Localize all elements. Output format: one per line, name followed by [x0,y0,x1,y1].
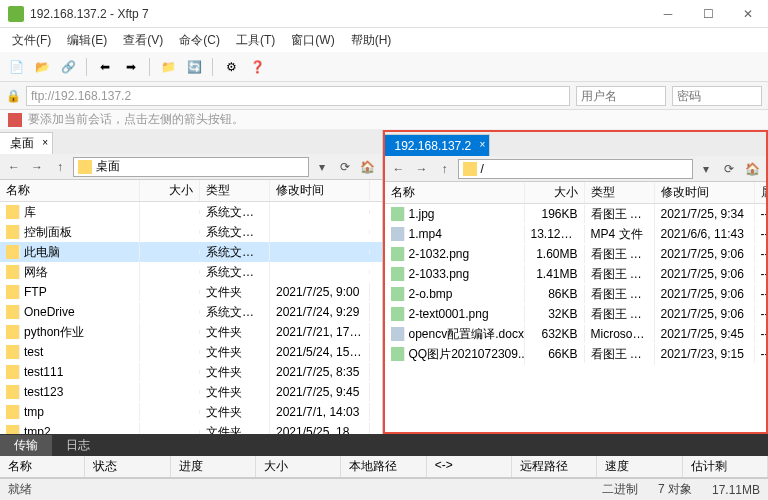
menu-item[interactable]: 工具(T) [230,30,281,51]
local-panel: 桌面× ← → ↑ 桌面 ▾ ⟳ 🏠 名称大小类型修改时间 库系统文件夹控制面板… [0,130,383,434]
tab-remote[interactable]: 192.168.137.2× [385,134,491,156]
forward-button[interactable]: → [27,157,47,177]
list-item[interactable]: QQ图片2021072309...66KB看图王 JP...2021/7/23,… [385,344,767,364]
status-objects: 7 对象 [658,481,692,498]
transfer-header: 名称状态进度大小本地路径<->远程路径速度估计剩 [0,456,768,478]
window-title: 192.168.137.2 - Xftp 7 [30,7,648,21]
list-item[interactable]: 网络系统文件夹 [0,262,382,282]
list-item[interactable]: 2-1033.png1.41MB看图王 PN...2021/7/25, 9:06… [385,264,767,284]
list-item[interactable]: 1.jpg196KB看图王 JP...2021/7/25, 9:34----- [385,204,767,224]
local-path-input[interactable]: 桌面 [73,157,309,177]
refresh-icon[interactable]: 🔄 [184,57,204,77]
list-item[interactable]: 1.mp413.12MBMP4 文件2021/6/6, 11:43----- [385,224,767,244]
hint-bar: 要添加当前会话，点击左侧的箭头按钮。 [0,110,768,130]
maximize-button[interactable]: ☐ [688,0,728,28]
transfer-tabs: 传输日志 [0,434,768,456]
menu-item[interactable]: 文件(F) [6,30,57,51]
remote-path-input[interactable]: / [458,159,694,179]
hint-text: 要添加当前会话，点击左侧的箭头按钮。 [28,111,244,128]
menu-item[interactable]: 窗口(W) [285,30,340,51]
menu-item[interactable]: 命令(C) [173,30,226,51]
dropdown-icon[interactable]: ▾ [696,159,716,179]
back-button[interactable]: ← [4,157,24,177]
bottom-tab[interactable]: 日志 [52,435,104,456]
refresh-icon[interactable]: ⟳ [335,157,355,177]
list-item[interactable]: test111文件夹2021/7/25, 8:35 [0,362,382,382]
toolbar: 📄 📂 🔗 ⬅ ➡ 📁 🔄 ⚙ ❓ [0,52,768,82]
list-item[interactable]: 控制面板系统文件夹 [0,222,382,242]
transfer-column: 估计剩 [683,456,768,477]
flag-icon [8,113,22,127]
transfer-column: 本地路径 [341,456,426,477]
transfer-column: 远程路径 [512,456,597,477]
transfer-column: 速度 [597,456,682,477]
transfer-column: 进度 [171,456,256,477]
connect-icon[interactable]: 🔗 [58,57,78,77]
column-header[interactable]: 名称 [0,180,140,201]
back-button[interactable]: ← [389,159,409,179]
list-item[interactable]: test文件夹2021/5/24, 15:22 [0,342,382,362]
refresh-icon[interactable]: ⟳ [719,159,739,179]
column-header[interactable]: 大小 [525,182,585,203]
column-header[interactable]: 大小 [140,180,200,201]
menu-bar: 文件(F)编辑(E)查看(V)命令(C)工具(T)窗口(W)帮助(H) [0,28,768,52]
menu-item[interactable]: 编辑(E) [61,30,113,51]
address-input[interactable] [26,86,570,106]
close-icon[interactable]: × [479,139,485,150]
minimize-button[interactable]: ─ [648,0,688,28]
list-item[interactable]: test123文件夹2021/7/25, 9:45 [0,382,382,402]
close-icon[interactable]: × [42,137,48,148]
status-mode: 二进制 [602,481,638,498]
list-item[interactable]: 2-o.bmp86KB看图王 BM...2021/7/25, 9:06----- [385,284,767,304]
new-folder-icon[interactable]: 📁 [158,57,178,77]
transfer-column: <-> [427,456,512,477]
menu-item[interactable]: 查看(V) [117,30,169,51]
list-item[interactable]: tmp文件夹2021/7/1, 14:03 [0,402,382,422]
transfer-column: 状态 [85,456,170,477]
status-ready: 就绪 [8,481,32,498]
username-input[interactable] [576,86,666,106]
status-size: 17.11MB [712,483,760,497]
list-item[interactable]: 2-1032.png1.60MB看图王 PN...2021/7/25, 9:06… [385,244,767,264]
help-icon[interactable]: ❓ [247,57,267,77]
password-input[interactable] [672,86,762,106]
column-header[interactable]: 属性 [755,182,767,203]
column-header[interactable]: 类型 [200,180,270,201]
remote-panel: 192.168.137.2× ← → ↑ / ▾ ⟳ 🏠 名称大小类型修改时间属… [383,130,769,434]
home-icon[interactable]: 🏠 [358,157,378,177]
transfer-left-icon[interactable]: ⬅ [95,57,115,77]
bottom-tab[interactable]: 传输 [0,435,52,456]
open-icon[interactable]: 📂 [32,57,52,77]
up-button[interactable]: ↑ [435,159,455,179]
list-item[interactable]: python作业文件夹2021/7/21, 17:16 [0,322,382,342]
local-file-list[interactable]: 名称大小类型修改时间 库系统文件夹控制面板系统文件夹此电脑系统文件夹网络系统文件… [0,180,382,434]
list-item[interactable]: tmp2文件夹2021/5/25, 18:02 [0,422,382,434]
list-item[interactable]: 2-text0001.png32KB看图王 PN...2021/7/25, 9:… [385,304,767,324]
remote-file-list[interactable]: 名称大小类型修改时间属性 1.jpg196KB看图王 JP...2021/7/2… [385,182,767,432]
tab-local[interactable]: 桌面× [0,132,53,154]
new-session-icon[interactable]: 📄 [6,57,26,77]
settings-icon[interactable]: ⚙ [221,57,241,77]
close-button[interactable]: ✕ [728,0,768,28]
forward-button[interactable]: → [412,159,432,179]
list-item[interactable]: FTP文件夹2021/7/25, 9:00 [0,282,382,302]
lock-icon: 🔒 [6,89,20,103]
transfer-right-icon[interactable]: ➡ [121,57,141,77]
menu-item[interactable]: 帮助(H) [345,30,398,51]
column-header[interactable]: 修改时间 [270,180,370,201]
column-header[interactable]: 修改时间 [655,182,755,203]
list-item[interactable]: 此电脑系统文件夹 [0,242,382,262]
app-logo-icon [8,6,24,22]
column-header[interactable]: 名称 [385,182,525,203]
list-item[interactable]: OneDrive系统文件夹2021/7/24, 9:29 [0,302,382,322]
dropdown-icon[interactable]: ▾ [312,157,332,177]
column-header[interactable]: 类型 [585,182,655,203]
list-item[interactable]: 库系统文件夹 [0,202,382,222]
home-icon[interactable]: 🏠 [742,159,762,179]
list-item[interactable]: opencv配置编译.docx632KBMicrosoft...2021/7/2… [385,324,767,344]
up-button[interactable]: ↑ [50,157,70,177]
transfer-column: 大小 [256,456,341,477]
transfer-column: 名称 [0,456,85,477]
